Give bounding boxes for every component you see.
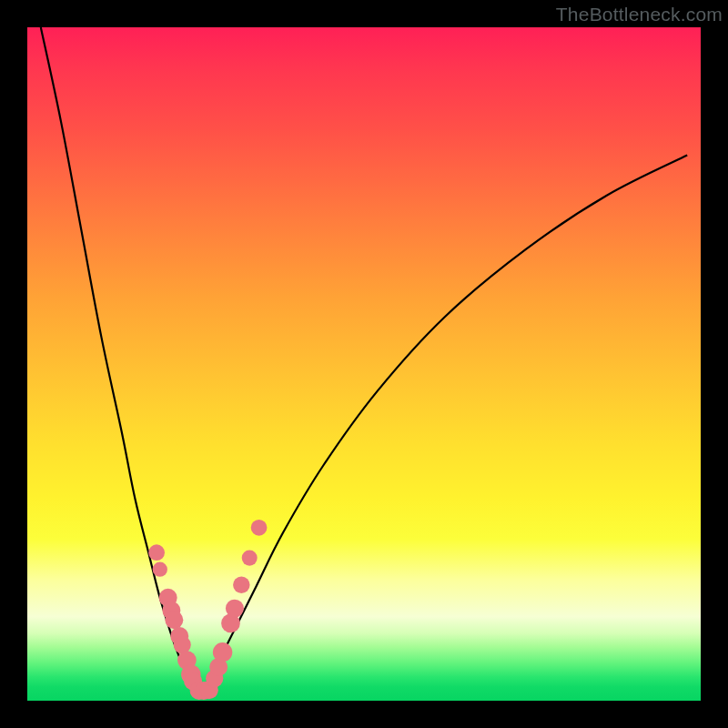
data-dot <box>148 544 165 561</box>
chart-svg <box>27 27 701 701</box>
dots-group <box>148 520 267 700</box>
data-dot <box>242 551 258 566</box>
data-dot <box>174 636 191 653</box>
chart-frame: TheBottleneck.com <box>0 0 728 728</box>
curve-group <box>41 27 687 693</box>
data-dot <box>165 611 183 629</box>
watermark-text: TheBottleneck.com <box>556 4 723 25</box>
data-dot <box>153 562 167 577</box>
plot-area <box>27 27 701 701</box>
data-dot <box>251 520 268 536</box>
data-dot <box>213 642 232 662</box>
data-dot <box>226 600 244 618</box>
curve-right-branch <box>198 156 687 693</box>
data-dot <box>233 576 250 593</box>
